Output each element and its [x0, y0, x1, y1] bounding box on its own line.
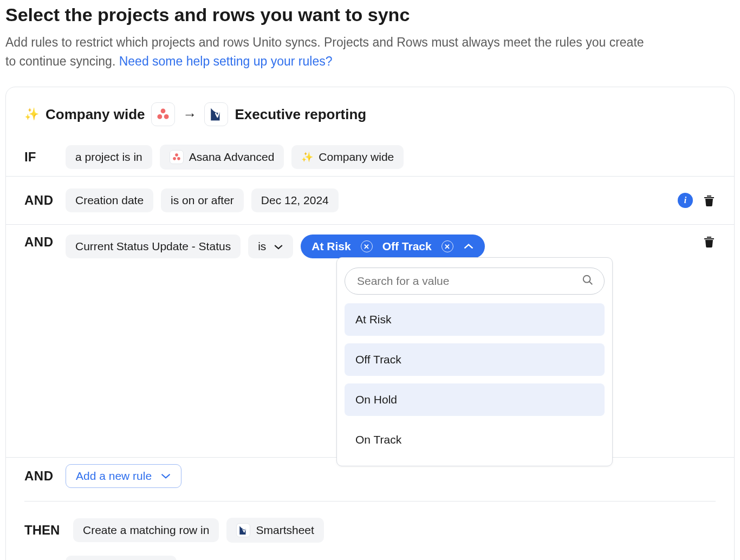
- source-name: Company wide: [46, 106, 145, 123]
- status-dropdown: At Risk Off Track On Hold On Track: [336, 257, 613, 466]
- svg-point-0: [161, 109, 166, 114]
- if-scope-chip[interactable]: ✨ Company wide: [291, 145, 404, 169]
- if-tool-chip[interactable]: Asana Advanced: [160, 145, 284, 170]
- smartsheet-icon: [204, 102, 228, 126]
- add-rule-label: Add a new rule: [76, 470, 152, 483]
- remove-off-track-icon[interactable]: ✕: [442, 240, 453, 252]
- operator-is-label: is: [258, 240, 266, 253]
- flow-header: ✨ Company wide → Executive reporting: [6, 102, 734, 138]
- and-sync-row: AND keep them in sync: [6, 549, 734, 560]
- sparkle-mini-icon: ✨: [301, 151, 313, 163]
- sparkle-icon: ✨: [24, 107, 39, 121]
- and-keyword: AND: [24, 193, 58, 208]
- search-icon: [582, 274, 594, 288]
- sync-action-text[interactable]: keep them in sync: [66, 556, 177, 560]
- delete-rule-button[interactable]: [703, 193, 716, 207]
- smartsheet-mini-icon: [236, 523, 250, 537]
- field-status[interactable]: Current Status Update - Status: [66, 235, 241, 258]
- and-creation-date-row: AND Creation date is on or after Dec 12,…: [6, 176, 734, 225]
- dropdown-search-input[interactable]: [345, 268, 605, 295]
- chevron-up-icon: [463, 240, 474, 253]
- info-icon[interactable]: i: [678, 193, 693, 208]
- asana-mini-icon: [170, 150, 184, 164]
- if-scope-label: Company wide: [319, 151, 394, 164]
- svg-point-2: [164, 114, 169, 119]
- svg-point-4: [173, 157, 176, 160]
- option-on-hold[interactable]: On Hold: [345, 383, 605, 416]
- page-title: Select the projects and rows you want to…: [5, 4, 735, 25]
- svg-point-6: [583, 276, 590, 283]
- rules-card: ✨ Company wide → Executive reporting IF …: [5, 87, 735, 560]
- then-action-text[interactable]: Create a matching row in: [73, 518, 219, 542]
- svg-point-5: [177, 157, 180, 160]
- chevron-down-icon: [274, 240, 283, 253]
- then-tool-label: Smartsheet: [256, 524, 314, 537]
- chip-at-risk: At Risk: [311, 240, 350, 253]
- if-tool-label: Asana Advanced: [189, 151, 275, 164]
- value-date[interactable]: Dec 12, 2024: [251, 188, 339, 212]
- chip-off-track: Off Track: [382, 240, 432, 253]
- page-subtitle: Add rules to restrict which projects and…: [5, 33, 655, 70]
- help-link[interactable]: Need some help setting up your rules?: [119, 54, 333, 68]
- option-on-track[interactable]: On Track: [345, 424, 605, 456]
- remove-at-risk-icon[interactable]: ✕: [361, 240, 373, 252]
- and-keyword-3: AND: [24, 468, 58, 484]
- if-row: IF a project is in Asana Advanced ✨ Comp…: [6, 138, 734, 176]
- option-off-track[interactable]: Off Track: [345, 343, 605, 376]
- operator-is-on-or-after[interactable]: is on or after: [161, 188, 244, 212]
- dest-name: Executive reporting: [235, 106, 366, 123]
- arrow-right-icon: →: [183, 106, 197, 123]
- if-keyword: IF: [24, 149, 58, 165]
- if-condition-text[interactable]: a project is in: [66, 145, 152, 169]
- and-status-row: AND Current Status Update - Status is At…: [6, 225, 734, 458]
- status-multiselect[interactable]: At Risk ✕ Off Track ✕: [301, 235, 484, 258]
- option-at-risk[interactable]: At Risk: [345, 303, 605, 336]
- asana-icon: [151, 102, 175, 126]
- delete-rule-button-2[interactable]: [703, 235, 716, 249]
- field-creation-date[interactable]: Creation date: [66, 188, 153, 212]
- then-row: THEN Create a matching row in Smartsheet: [6, 511, 734, 549]
- and-keyword-2: AND: [24, 235, 58, 250]
- svg-point-3: [175, 153, 178, 157]
- operator-is-select[interactable]: is: [248, 235, 293, 258]
- svg-point-1: [158, 114, 163, 119]
- section-divider: [24, 501, 716, 502]
- then-tool-chip[interactable]: Smartsheet: [226, 518, 323, 543]
- add-rule-button[interactable]: Add a new rule: [66, 464, 181, 488]
- then-keyword: THEN: [24, 523, 66, 538]
